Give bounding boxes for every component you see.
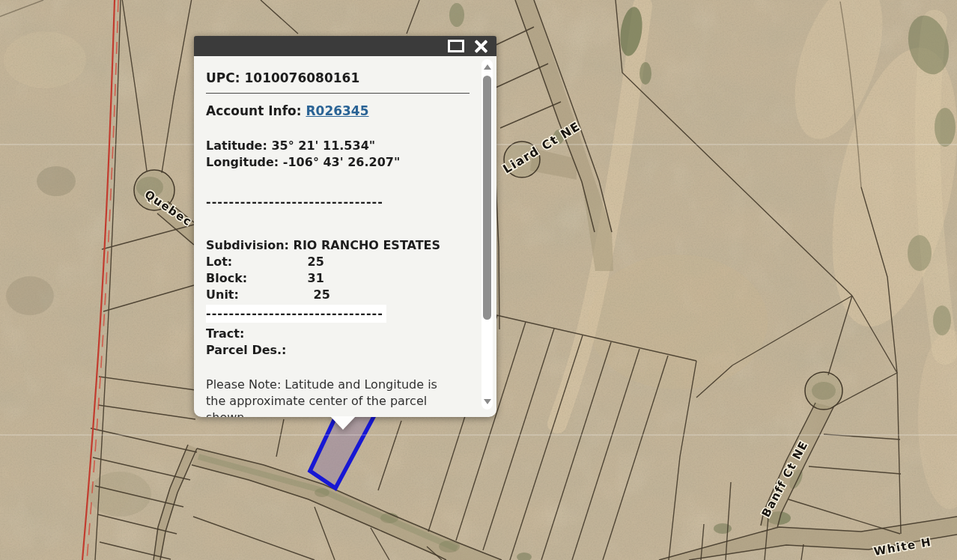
- scrollbar-thumb[interactable]: [483, 76, 491, 320]
- popup-callout-pointer: [330, 416, 356, 430]
- tract-row: Tract:: [206, 326, 470, 342]
- block-row: Block: 31: [206, 270, 470, 287]
- lot-row: Lot: 25: [206, 254, 470, 270]
- parcel-des-row: Parcel Des.:: [206, 342, 470, 359]
- maximize-icon[interactable]: [448, 40, 464, 52]
- upc-label: UPC:: [206, 70, 240, 85]
- close-icon[interactable]: [474, 39, 488, 53]
- unit-label: Unit:: [206, 287, 303, 303]
- scroll-down-icon[interactable]: [484, 399, 491, 404]
- account-link[interactable]: R026345: [306, 103, 368, 118]
- popup-title-bar[interactable]: [194, 36, 496, 56]
- parcel-info-popup: UPC: 1010076080161 Account Info: R026345…: [194, 36, 496, 417]
- lot-label: Lot:: [206, 254, 303, 270]
- popup-scrollbar[interactable]: [481, 59, 493, 410]
- parcel-des-label: Parcel Des.:: [206, 343, 287, 357]
- parcel-info-content: UPC: 1010076080161 Account Info: R026345…: [206, 56, 470, 417]
- banff-cul-de-sac: [805, 372, 842, 410]
- upc-value: 1010076080161: [244, 70, 359, 85]
- scroll-up-icon[interactable]: [484, 64, 491, 70]
- latitude-value: 35° 21' 11.534": [271, 139, 375, 153]
- upc-row: UPC: 1010076080161: [206, 70, 470, 86]
- longitude-label: Longitude:: [206, 155, 279, 169]
- dashed-divider: -------------------------------: [206, 194, 470, 210]
- divider-rule: [206, 93, 470, 94]
- block-label: Block:: [206, 270, 303, 287]
- account-label: Account Info:: [206, 103, 302, 118]
- longitude-row: Longitude: -106° 43' 26.207": [206, 154, 470, 171]
- unit-row: Unit: 25: [206, 287, 470, 303]
- subdivision-value: RIO RANCHO ESTATES: [294, 238, 440, 252]
- lot-value: 25: [308, 255, 324, 269]
- unit-value: 25: [308, 287, 330, 302]
- latitude-label: Latitude:: [206, 139, 267, 153]
- subdivision-row: Subdivision: RIO RANCHO ESTATES: [206, 237, 470, 254]
- dashed-divider-highlighted: -------------------------------: [206, 305, 470, 323]
- map-application: Quebec Liard Ct NE Banff Ct NE White H U…: [0, 0, 957, 560]
- popup-body: UPC: 1010076080161 Account Info: R026345…: [194, 56, 496, 417]
- latitude-row: Latitude: 35° 21' 11.534": [206, 138, 470, 154]
- tract-label: Tract:: [206, 326, 244, 341]
- popup-note: Please Note: Latitude and Longitude is t…: [206, 377, 456, 417]
- longitude-value: -106° 43' 26.207": [283, 155, 400, 169]
- account-row: Account Info: R026345: [206, 103, 470, 119]
- subdivision-label: Subdivision:: [206, 238, 289, 252]
- block-value: 31: [308, 271, 324, 285]
